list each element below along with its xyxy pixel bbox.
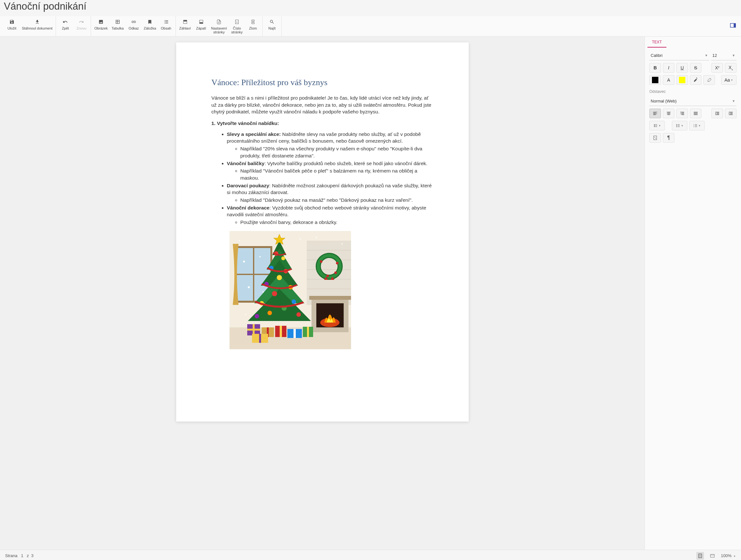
align-center-button[interactable] xyxy=(663,108,674,118)
numbered-list-button[interactable]: 123▼ xyxy=(689,121,705,131)
highlight-color-swatch[interactable] xyxy=(676,75,688,85)
superscript-button[interactable]: Xy xyxy=(712,63,723,73)
save-button[interactable]: Uložit xyxy=(4,16,20,36)
svg-point-27 xyxy=(326,275,329,277)
sublist-item[interactable]: Použijte vánoční barvy, dekorace a obráz… xyxy=(241,219,433,226)
panel-toggle-button[interactable] xyxy=(730,23,736,29)
list-icon xyxy=(163,19,169,25)
font-color-swatch[interactable] xyxy=(649,75,661,85)
svg-rect-30 xyxy=(309,296,351,300)
link-button[interactable]: Odkaz xyxy=(126,16,142,36)
font-color-icon: A xyxy=(667,77,670,83)
svg-point-70 xyxy=(316,237,317,238)
undo-label: Zpět xyxy=(62,26,69,30)
align-right-button[interactable] xyxy=(676,108,688,118)
sublist-item[interactable]: Například "20% sleva na všechny produkty… xyxy=(241,145,433,159)
view-mode-page-button[interactable] xyxy=(696,552,704,560)
svg-point-46 xyxy=(272,291,277,296)
strikethrough-button[interactable]: S xyxy=(690,63,701,73)
clear-paragraph-button[interactable] xyxy=(649,133,661,143)
list-item[interactable]: Slevy a speciální akce: Nabídněte slevy … xyxy=(227,131,433,159)
section-heading[interactable]: 1. Vytvořte vánoční nabídku: xyxy=(211,120,433,127)
redo-button[interactable]: Znovu xyxy=(73,16,89,36)
document-body[interactable]: Vánoce se blíží a s nimi i příležitost p… xyxy=(211,94,433,349)
table-button[interactable]: Tabulka xyxy=(110,16,126,36)
footer-button[interactable]: Zápatí xyxy=(193,16,209,36)
main-list[interactable]: Slevy a speciální akce: Nabídněte slevy … xyxy=(211,131,433,226)
subscript-button[interactable]: Xx xyxy=(725,63,737,73)
case-icon: Aa xyxy=(724,77,730,83)
sublist-item[interactable]: Například "Vánoční balíček péče o pleť" … xyxy=(241,167,433,181)
font-color-button[interactable]: A xyxy=(663,75,674,85)
undo-button[interactable]: Zpět xyxy=(57,16,73,36)
paragraph-section-label: Odstavec xyxy=(649,89,737,94)
page-label: Strana xyxy=(5,553,17,558)
undo-icon xyxy=(63,19,68,25)
text-case-button[interactable]: Aa▼ xyxy=(721,75,737,85)
sublist-item[interactable]: Například "Dárkový poukaz na masáž" nebo… xyxy=(241,196,433,204)
page-number-icon: # xyxy=(234,19,240,25)
highlight-button[interactable] xyxy=(690,75,701,85)
sidebar-tab-text[interactable]: TEXT xyxy=(648,36,666,48)
page-number-button[interactable]: # Číslo stránky xyxy=(229,16,245,36)
svg-point-66 xyxy=(239,240,240,241)
bold-button[interactable]: B xyxy=(649,63,661,73)
break-button[interactable]: Zlom xyxy=(245,16,261,36)
zoom-control[interactable]: 100% ▼ xyxy=(721,553,736,558)
paragraph-style-value: Normal (Web) xyxy=(651,99,677,103)
svg-rect-65 xyxy=(259,334,261,343)
editor-viewport[interactable]: Vánoce: Příležitost pro váš byznys Vánoc… xyxy=(0,36,645,550)
indent-decrease-button[interactable] xyxy=(712,108,723,118)
paragraph-style-select[interactable]: Normal (Web)▼ xyxy=(649,96,737,106)
save-icon xyxy=(9,19,14,25)
zoom-value: 100% xyxy=(721,553,731,558)
toc-button[interactable]: Obsah xyxy=(158,16,174,36)
bookmark-button[interactable]: Záložka xyxy=(142,16,158,36)
svg-point-15 xyxy=(248,286,250,288)
bullet-list-button[interactable]: ▼ xyxy=(672,121,687,131)
svg-point-28 xyxy=(334,271,337,274)
line-spacing-button[interactable]: ▼ xyxy=(649,121,665,131)
intro-paragraph[interactable]: Vánoce se blíží a s nimi i příležitost p… xyxy=(211,94,433,115)
page-status: Strana 1 z 3 xyxy=(5,553,33,558)
chevron-down-icon: ▼ xyxy=(731,79,733,82)
chevron-down-icon: ▼ xyxy=(733,555,736,558)
svg-point-43 xyxy=(277,275,282,280)
font-family-select[interactable]: Calibri▼ xyxy=(649,51,709,60)
indent-icon xyxy=(728,111,733,116)
underline-button[interactable]: U xyxy=(676,63,688,73)
save-label: Uložit xyxy=(7,26,16,30)
image-button[interactable]: Obrázek xyxy=(92,16,110,36)
font-size-select[interactable]: 12▼ xyxy=(711,51,737,60)
show-paragraph-marks-button[interactable]: ¶ xyxy=(663,133,674,143)
eraser-icon xyxy=(706,77,712,83)
italic-button[interactable]: I xyxy=(663,63,674,73)
document-image[interactable] xyxy=(229,231,351,349)
svg-point-25 xyxy=(320,260,323,263)
svg-rect-55 xyxy=(247,329,260,331)
document-page[interactable]: Vánoce: Příležitost pro váš byznys Vánoc… xyxy=(176,43,469,421)
list-item[interactable]: Vánoční balíčky: Vytvořte balíčky produk… xyxy=(227,160,433,181)
svg-rect-59 xyxy=(280,326,282,337)
download-button[interactable]: Stáhnout dokument xyxy=(20,16,54,36)
list-item[interactable]: Vánoční dekorace: Vyzdobte svůj obchod n… xyxy=(227,204,433,226)
align-justify-button[interactable] xyxy=(690,108,701,118)
table-label: Tabulka xyxy=(112,26,124,30)
find-button[interactable]: Najít xyxy=(264,16,280,36)
yellow-swatch xyxy=(679,77,685,83)
outdent-icon xyxy=(715,111,720,116)
page-setup-button[interactable]: Nastavení stránky xyxy=(209,16,229,36)
list-item[interactable]: Darovací poukazy: Nabídněte možnost zako… xyxy=(227,182,433,204)
page-setup-icon xyxy=(216,19,221,25)
align-left-button[interactable] xyxy=(649,108,661,118)
image-label: Obrázek xyxy=(94,26,108,30)
view-mode-web-button[interactable] xyxy=(709,552,716,560)
header-button[interactable]: Záhlaví xyxy=(177,16,193,36)
link-icon xyxy=(131,19,136,25)
indent-increase-button[interactable] xyxy=(725,108,737,118)
document-heading[interactable]: Vánoce: Příležitost pro váš byznys xyxy=(211,78,433,87)
bookmark-label: Záložka xyxy=(144,26,156,30)
clear-format-button[interactable] xyxy=(703,75,715,85)
list-item-bold: Slevy a speciální akce: xyxy=(227,132,281,137)
web-view-icon xyxy=(710,553,715,558)
